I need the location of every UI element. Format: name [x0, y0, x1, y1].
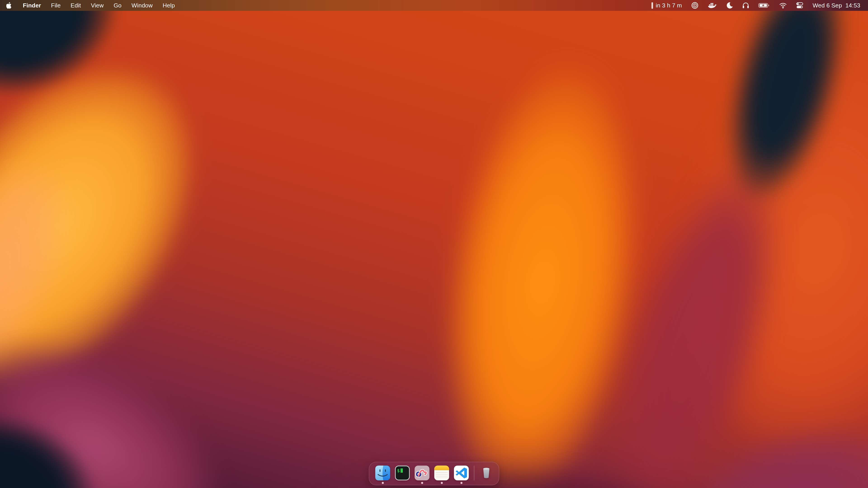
dock-divider [474, 466, 474, 481]
timer-bar-icon [651, 2, 653, 9]
dock-trash[interactable] [479, 465, 493, 481]
menu-edit[interactable]: Edit [66, 0, 86, 11]
dock-app-vscode[interactable] [454, 465, 469, 481]
desktop: Finder File Edit View Go Window Help in … [0, 0, 868, 488]
timer-label: in 3 h 7 m [656, 2, 682, 9]
apple-menu[interactable] [6, 0, 18, 11]
running-indicator [421, 482, 423, 484]
notes-icon [434, 465, 450, 481]
docker-status-item[interactable] [703, 0, 721, 11]
menu-bar-clock[interactable]: Wed 6 Sep 14:53 [808, 0, 860, 11]
wallpaper-petal [0, 0, 329, 488]
audio-status-item[interactable] [738, 0, 754, 11]
wifi-status-item[interactable] [775, 0, 792, 11]
trash-icon [479, 465, 493, 481]
dock-app-finder[interactable] [375, 465, 391, 481]
wallpaper-petal [0, 90, 133, 443]
terminal-icon: $ [395, 465, 410, 481]
finder-icon [375, 465, 391, 481]
menu-finder[interactable]: Finder [18, 0, 46, 11]
wallpaper [0, 0, 868, 488]
battery-status-item[interactable] [754, 0, 775, 11]
wallpaper-petal [237, 441, 780, 488]
running-indicator [441, 482, 443, 484]
wallpaper-petal [627, 371, 868, 488]
power-ring-status-item[interactable] [686, 0, 703, 11]
battery-charging-icon [758, 2, 770, 8]
wallpaper-petal [0, 0, 183, 159]
apple-logo-icon [6, 2, 12, 9]
app-menus: Finder File Edit View Go Window Help [0, 0, 180, 11]
wallpaper-petal [0, 248, 318, 488]
control-center-status-item[interactable] [792, 0, 808, 11]
vscode-icon [454, 465, 469, 481]
status-area: in 3 h 7 m [647, 0, 868, 11]
focus-moon-icon [726, 2, 733, 9]
menu-view[interactable]: View [86, 0, 109, 11]
timer-status-item[interactable]: in 3 h 7 m [647, 0, 686, 11]
arc-browser-icon [414, 465, 430, 481]
dock-app-notes[interactable] [434, 465, 450, 481]
docker-whale-icon [708, 2, 717, 9]
clock-time: 14:53 [845, 2, 860, 9]
menu-go[interactable]: Go [109, 0, 127, 11]
clock-date: Wed 6 Sep [813, 2, 842, 9]
menu-help[interactable]: Help [158, 0, 180, 11]
svg-text:$: $ [397, 468, 400, 473]
wallpaper-petal [674, 0, 868, 267]
dock: $ [369, 462, 499, 485]
wifi-icon [779, 2, 787, 9]
running-indicator [460, 482, 463, 484]
power-ring-icon [691, 2, 699, 9]
menu-bar: Finder File Edit View Go Window Help in … [0, 0, 868, 11]
wallpaper-petal [534, 64, 859, 488]
wallpaper-petal [371, 0, 714, 488]
dock-app-terminal[interactable]: $ [395, 465, 410, 481]
menu-file[interactable]: File [46, 0, 66, 11]
menu-window[interactable]: Window [127, 0, 158, 11]
dock-app-arc[interactable] [414, 465, 430, 481]
wallpaper-petal [569, 0, 868, 488]
running-indicator [382, 482, 384, 484]
control-center-icon [796, 2, 804, 9]
headphones-icon [742, 2, 749, 9]
wallpaper-petal [0, 355, 156, 488]
focus-status-item[interactable] [721, 0, 738, 11]
